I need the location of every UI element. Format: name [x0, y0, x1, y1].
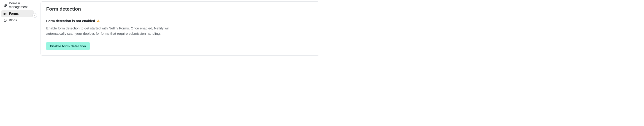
- status-text: Form detection is not enabled: [46, 19, 95, 23]
- sidebar-item-domain-management[interactable]: Domain management: [1, 0, 34, 10]
- sidebar-collapse-toggle[interactable]: ‹: [32, 13, 37, 18]
- svg-point-3: [4, 20, 4, 20]
- chevron-left-icon: ‹: [34, 14, 35, 17]
- card-title: Form detection: [46, 6, 314, 15]
- svg-rect-2: [4, 14, 4, 15]
- svg-rect-5: [98, 20, 99, 21]
- main-content: Form detection Form detection is not ena…: [35, 0, 322, 63]
- svg-rect-1: [4, 13, 4, 14]
- sidebar: Domain management Forms: [0, 0, 35, 63]
- sidebar-item-forms[interactable]: Forms: [1, 10, 34, 17]
- form-icon: [3, 12, 7, 15]
- sidebar-item-blobs[interactable]: Blobs: [1, 17, 34, 23]
- svg-point-6: [98, 21, 99, 22]
- blob-icon: [3, 18, 7, 22]
- sidebar-item-label: Blobs: [9, 18, 17, 22]
- globe-icon: [3, 3, 7, 7]
- sidebar-list: Domain management Forms: [0, 0, 35, 23]
- form-detection-description: Enable form detection to get started wit…: [46, 26, 174, 36]
- svg-point-4: [6, 20, 6, 20]
- enable-form-detection-button[interactable]: Enable form detection: [46, 42, 90, 50]
- sidebar-item-label: Forms: [9, 12, 19, 15]
- form-detection-status: Form detection is not enabled: [46, 19, 314, 23]
- sidebar-item-label: Domain management: [9, 1, 32, 9]
- warning-icon: [96, 19, 100, 23]
- form-detection-card: Form detection Form detection is not ena…: [40, 1, 319, 56]
